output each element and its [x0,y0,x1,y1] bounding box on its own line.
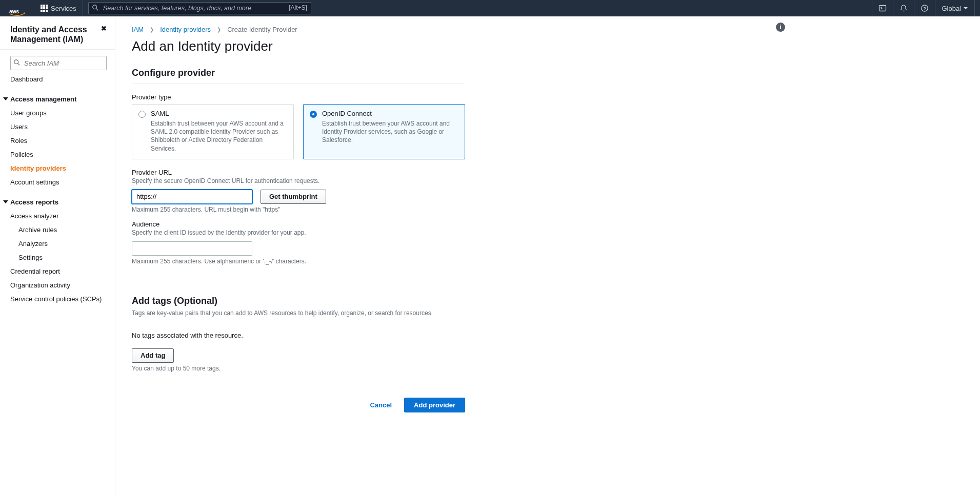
sidebar-item-users[interactable]: Users [0,120,115,134]
audience-input[interactable] [132,241,252,256]
search-shortcut: [Alt+S] [289,4,307,11]
sidebar-item-dashboard[interactable]: Dashboard [0,72,115,86]
crumb-current: Create Identity Provider [227,26,297,33]
tags-empty: No tags associated with the resource. [132,332,465,339]
crumb-identity-providers[interactable]: Identity providers [160,26,211,33]
aws-logo[interactable]: aws [5,0,31,16]
tags-desc: Tags are key-value pairs that you can ad… [132,309,465,317]
saml-desc: Establish trust between your AWS account… [151,119,287,153]
oidc-name: OpenID Connect [322,110,458,117]
sidebar-item-account-settings[interactable]: Account settings [0,175,115,189]
crumb-iam[interactable]: IAM [132,26,144,33]
svg-text:?: ? [924,6,927,11]
sidebar-group-reports[interactable]: Access reports [0,195,115,209]
page-title: Add an Identity provider [132,38,772,54]
oidc-desc: Establish trust between your AWS account… [322,119,458,144]
audience-desc: Specify the client ID issued by the Iden… [132,229,465,236]
provider-type-saml[interactable]: SAML Establish trust between your AWS ac… [132,104,294,159]
sidebar-title: Identity and Access Management (IAM) [10,25,101,44]
sidebar-item-identity-providers[interactable]: Identity providers [0,161,115,175]
audience-hint: Maximum 255 characters. Use alphanumeric… [132,258,465,265]
provider-url-label: Provider URL [132,169,465,176]
global-search: [Alt+S] [88,2,311,14]
provider-url-desc: Specify the secure OpenID Connect URL fo… [132,177,465,184]
section-tags: Add tags (Optional) Tags are key-value p… [132,296,465,372]
radio-icon [310,111,317,118]
info-icon[interactable]: i [776,23,785,32]
add-provider-button[interactable]: Add provider [404,398,465,412]
get-thumbprint-button[interactable]: Get thumbprint [261,190,326,204]
configure-header: Configure provider [132,68,465,78]
svg-point-1 [93,5,97,9]
caret-down-icon [3,97,8,100]
region-selector[interactable]: Global [935,0,975,16]
svg-point-7 [14,60,18,64]
caret-down-icon [3,200,8,203]
top-nav: aws Services [Alt+S] ? Global [0,0,980,16]
breadcrumb: IAM ❯ Identity providers ❯ Create Identi… [132,26,772,33]
section-configure: Configure provider Provider type SAML Es… [132,68,465,265]
tags-header: Add tags (Optional) [132,296,465,306]
chevron-right-icon: ❯ [217,27,221,32]
search-icon [13,59,21,66]
sidebar-item-credential-report[interactable]: Credential report [0,264,115,278]
close-icon[interactable]: ✖ [101,25,107,32]
search-icon [92,4,99,11]
chevron-right-icon: ❯ [150,27,154,32]
help-icon[interactable]: ? [914,0,935,16]
sidebar-item-settings[interactable]: Settings [0,251,115,264]
notifications-icon[interactable] [893,0,914,16]
provider-url-input[interactable] [132,190,252,204]
sidebar: Identity and Access Management (IAM) ✖ D… [0,16,115,496]
svg-line-2 [96,9,98,11]
tags-hint: You can add up to 50 more tags. [132,365,465,372]
services-label: Services [51,5,76,12]
svg-text:aws: aws [9,9,19,14]
sidebar-item-scps[interactable]: Service control policies (SCPs) [0,292,115,306]
sidebar-item-analyzers[interactable]: Analyzers [0,237,115,251]
audience-label: Audience [132,220,465,228]
footer-actions: Cancel Add provider [132,398,465,412]
sidebar-item-roles[interactable]: Roles [0,134,115,148]
svg-line-8 [18,64,20,66]
sidebar-item-policies[interactable]: Policies [0,148,115,161]
sidebar-item-org-activity[interactable]: Organization activity [0,278,115,292]
add-tag-button[interactable]: Add tag [132,348,174,363]
cloudshell-icon[interactable] [872,0,893,16]
provider-type-label: Provider type [132,93,465,101]
saml-name: SAML [151,110,287,117]
radio-icon [138,111,146,118]
sidebar-search-input[interactable] [10,56,107,70]
main-content: i IAM ❯ Identity providers ❯ Create Iden… [115,16,782,496]
services-grid-icon [41,5,48,12]
sidebar-item-usergroups[interactable]: User groups [0,106,115,120]
provider-type-oidc[interactable]: OpenID Connect Establish trust between y… [303,104,465,159]
cancel-button[interactable]: Cancel [366,398,396,412]
sidebar-item-archive-rules[interactable]: Archive rules [0,223,115,237]
services-menu[interactable]: Services [34,0,83,16]
sidebar-item-access-analyzer[interactable]: Access analyzer [0,209,115,223]
provider-url-hint: Maximum 255 characters. URL must begin w… [132,206,465,213]
sidebar-group-access[interactable]: Access management [0,92,115,106]
search-input[interactable] [88,2,311,14]
